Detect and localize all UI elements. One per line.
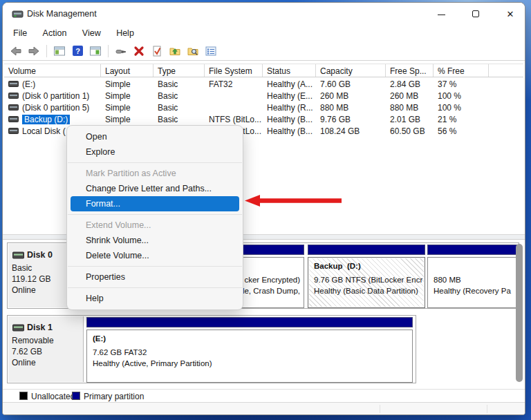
menu-item-shrink-volume[interactable]: Shrink Volume... [67,233,243,248]
disk0-partition-recovery[interactable]: 880 MB Healthy (Recovery Pa [427,245,519,308]
disk0-partition-backup[interactable]: Backup (D:) 9.76 GB NTFS (BitLocker Encr… [308,245,425,308]
disk0-kind: Basic [12,263,32,273]
partition-status-line: Healthy (Basic Data Partition) [314,287,418,295]
table-row-selected[interactable]: Backup (D:) Simple Basic NTFS (BitLo... … [4,113,523,125]
column-header-capacity[interactable]: Capacity [316,64,386,77]
column-header-type[interactable]: Type [153,64,205,77]
action-pane-icon[interactable] [87,44,104,59]
volume-icon [8,81,19,87]
menu-file[interactable]: File [7,26,33,38]
volume-icon [8,116,19,122]
disk-management-window: Disk Management ✕ File Action View Help … [2,2,525,415]
context-menu: Open Explore Mark Partition as Active Ch… [66,125,243,310]
menu-action[interactable]: Action [37,26,73,38]
status-bar [3,402,525,415]
unallocated-label: Unallocated [31,392,75,401]
menu-item-delete-volume[interactable]: Delete Volume... [67,248,243,263]
table-row[interactable]: (Disk 0 partition 5) Simple Basic Health… [4,102,523,113]
properties-list-icon[interactable] [203,44,219,59]
partition-color-bar [427,245,519,255]
menu-item-mark-partition-active: Mark Partition as Active [67,166,243,181]
unallocated-swatch [19,392,28,400]
disk0-size: 119.12 GB [12,274,50,284]
toolbar-separator [108,45,109,57]
help-icon[interactable]: ? [69,44,86,59]
table-row[interactable]: (Disk 0 partition 1) Simple Basic Health… [4,90,523,102]
column-header-status[interactable]: Status [263,64,316,77]
disk-icon [12,251,24,261]
partition-status-line: le, Crash Dump, [243,287,300,295]
annotation-arrow-icon [244,194,342,207]
app-icon [12,10,24,22]
menu-view[interactable]: View [76,26,107,38]
primary-partition-label: Primary partition [84,392,144,401]
partition-color-bar [86,317,413,327]
close-icon: ✕ [507,9,514,19]
menu-separator [68,287,242,288]
disk1-status: Online [12,358,36,368]
column-header-filler [489,64,523,77]
partition-status-line: Healthy (Recovery Pa [434,287,511,295]
column-header-file-system[interactable]: File System [205,64,263,77]
volume-icon [8,128,19,134]
delete-icon[interactable] [131,44,147,59]
console-tree-icon[interactable] [51,44,68,59]
menu-item-extend-volume: Extend Volume... [67,218,243,233]
partition-title: Backup (D:) [314,262,361,270]
menu-help[interactable]: Help [110,26,140,38]
disk0-name: Disk 0 [27,250,53,260]
tool-icon[interactable] [113,44,129,59]
menu-separator [68,214,242,215]
disk-icon [12,324,24,334]
menu-separator [68,266,242,267]
disk1-kind: Removable [12,336,54,345]
maximize-icon [472,10,479,17]
forward-icon[interactable] [26,44,42,59]
svg-text:?: ? [75,47,80,55]
extend-folder-icon[interactable] [167,44,183,59]
disk1-panel[interactable]: Disk 1 Removable 7.62 GB Online [8,316,84,382]
close-button[interactable]: ✕ [495,3,525,26]
disk1-partition-e[interactable]: (E:) 7.62 GB FAT32 Healthy (Active, Prim… [86,317,413,383]
partition-size-line: cker Encrypted) [244,276,300,284]
column-header-pct-free[interactable]: % Free [434,64,489,77]
disk1-name: Disk 1 [27,323,53,332]
back-icon[interactable] [8,44,24,59]
menu-separator [68,162,242,163]
disk0-status: Online [12,285,36,295]
partition-color-bar [308,245,425,255]
disk1-size: 7.62 GB [12,347,42,356]
primary-partition-swatch [72,392,80,400]
vertical-scrollbar[interactable] [516,244,523,382]
menu-item-format[interactable]: Format... [71,196,239,211]
partition-title: (E:) [93,334,106,343]
volume-list-header: Volume Layout Type File System Status Ca… [4,64,523,77]
volume-icon [8,104,19,111]
partition-size-line: 7.62 GB FAT32 [93,348,147,356]
partition-status-line: Healthy (Active, Primary Partition) [93,359,212,368]
toolbar: ? [3,41,525,61]
table-row[interactable]: (E:) Simple Basic FAT32 Healthy (A... 7.… [4,78,523,90]
menu-item-explore[interactable]: Explore [67,144,243,160]
partition-size-line: 9.76 GB NTFS (BitLocker Encr [314,276,422,284]
column-header-volume[interactable]: Volume [4,64,101,77]
menu-item-change-drive-letter[interactable]: Change Drive Letter and Paths... [67,181,243,196]
column-header-layout[interactable]: Layout [101,64,153,77]
explore-folder-icon[interactable] [185,44,201,59]
disk1-row: Disk 1 Removable 7.62 GB Online (E:) 7.6… [7,315,416,383]
column-header-free-space[interactable]: Free Sp... [386,64,434,77]
check-document-icon[interactable] [149,44,165,59]
selected-volume-label: Backup (D:) [22,115,70,124]
menu-bar: File Action View Help [3,26,525,41]
menu-item-help[interactable]: Help [67,291,243,306]
maximize-button[interactable] [460,3,491,26]
menu-item-open[interactable]: Open [67,129,243,144]
legend-bar: Unallocated Primary partition [3,389,525,402]
volume-icon [8,93,19,99]
title-bar: Disk Management ✕ [3,3,525,26]
partition-size-line: 880 MB [434,276,461,284]
menu-item-properties[interactable]: Properties [67,269,243,285]
minimize-button[interactable] [426,3,456,26]
window-title: Disk Management [27,9,97,19]
toolbar-separator [46,45,47,57]
